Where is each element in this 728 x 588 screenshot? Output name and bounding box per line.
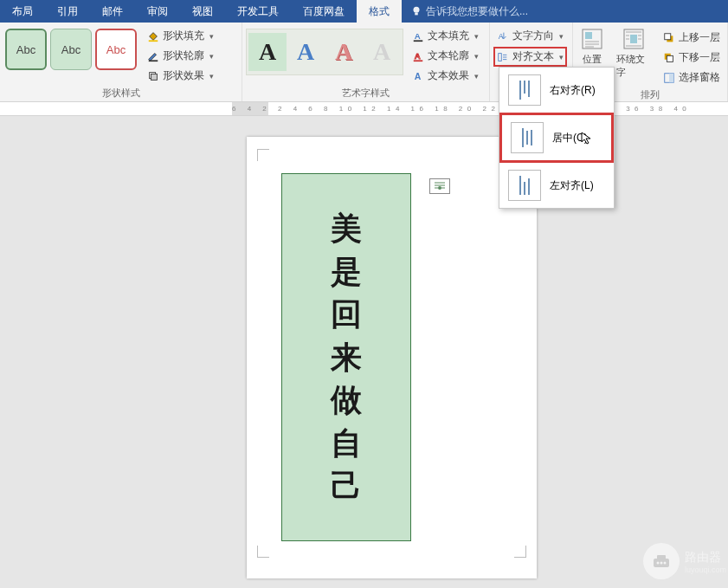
chevron-down-icon: ▾: [209, 52, 214, 61]
lightbulb-icon: [410, 5, 422, 17]
shape-outline-button[interactable]: 形状轮廓▾: [144, 47, 217, 65]
svg-text:A: A: [415, 50, 421, 60]
document-page[interactable]: 美 是 回 来 做 自 己: [247, 137, 537, 578]
text-effect-icon: A: [412, 70, 424, 82]
tab-devtools[interactable]: 开发工具: [225, 0, 291, 23]
send-backward-label: 下移一层: [679, 50, 720, 65]
tell-me-label: 告诉我您想要做什么...: [426, 4, 528, 19]
chevron-down-icon: ▾: [559, 32, 564, 41]
svg-text:A: A: [415, 70, 422, 81]
vertical-textbox[interactable]: 美 是 回 来 做 自 己: [281, 173, 411, 541]
tab-reference[interactable]: 引用: [45, 0, 90, 23]
svg-rect-2: [149, 40, 158, 42]
chevron-down-icon: ▾: [474, 52, 479, 61]
art-style-4[interactable]: A: [363, 33, 401, 71]
svg-rect-25: [657, 555, 666, 560]
watermark-title: 路由器: [685, 550, 721, 564]
wrap-label: 环绕文字: [616, 53, 651, 79]
wrap-icon: [622, 27, 646, 51]
send-backward-button[interactable]: 下移一层: [660, 48, 724, 67]
tab-mail[interactable]: 邮件: [90, 0, 135, 23]
shape-effect-button[interactable]: 形状效果▾: [144, 67, 217, 85]
text-outline-label: 文本轮廓: [428, 48, 469, 63]
char-6: 自: [331, 426, 362, 461]
position-button[interactable]: 位置: [577, 25, 608, 68]
tab-view[interactable]: 视图: [180, 0, 225, 23]
text-effect-button[interactable]: A 文本效果▾: [409, 67, 482, 85]
art-style-3[interactable]: A: [325, 33, 363, 71]
group-art-style: A A A A A 文本填充▾ A 文本轮廓▾ A 文本效果▾: [242, 23, 490, 101]
bring-forward-button[interactable]: 上移一层: [660, 29, 724, 47]
char-2: 是: [331, 255, 362, 289]
align-text-dropdown: 右对齐(R) 居中(C) 左对齐(L): [499, 67, 615, 209]
text-direction-label: 文字方向: [512, 29, 554, 43]
text-effect-label: 文本效果: [428, 68, 469, 83]
send-backward-icon: [663, 52, 675, 64]
char-1: 美: [331, 211, 362, 246]
watermark-subtitle: luyouqi.com: [685, 565, 726, 574]
text-outline-button[interactable]: A 文本轮廓▾: [409, 47, 482, 65]
shape-style-swatch-2[interactable]: Abc: [50, 29, 92, 70]
group-label-shape: 形状样式: [3, 85, 238, 101]
margin-corner-bl: [257, 546, 269, 558]
tell-me-prompt[interactable]: 告诉我您想要做什么...: [402, 4, 528, 19]
group-label-art: 艺术字样式: [246, 85, 486, 101]
position-icon: [580, 27, 604, 51]
text-fill-icon: A: [412, 30, 424, 42]
svg-rect-22: [669, 73, 673, 82]
svg-point-28: [663, 562, 666, 565]
ruler-marks: 6 4 2 2 4 6 8 10 12 14 16 18 20 22 26 28…: [232, 105, 691, 113]
ribbon-tabs: 布局 引用 邮件 审阅 视图 开发工具 百度网盘 格式 告诉我您想要做什么...: [0, 0, 728, 23]
text-direction-button[interactable]: A 文字方向▾: [493, 27, 567, 45]
align-right-label: 右对齐(R): [550, 83, 596, 98]
tab-format[interactable]: 格式: [357, 0, 402, 23]
wrap-text-button[interactable]: 环绕文字: [613, 25, 654, 81]
svg-text:A: A: [499, 31, 504, 40]
cursor-icon: [580, 131, 594, 145]
shape-style-swatch-1[interactable]: Abc: [5, 29, 47, 70]
horizontal-ruler[interactable]: 6 4 2 2 4 6 8 10 12 14 16 18 20 22 26 28…: [0, 102, 728, 116]
char-5: 做: [331, 383, 362, 417]
svg-rect-18: [665, 33, 671, 39]
align-left-item[interactable]: 左对齐(L): [499, 163, 614, 208]
svg-point-26: [656, 562, 659, 565]
align-text-button[interactable]: 对齐文本▾: [493, 47, 567, 67]
align-center-icon: [511, 122, 544, 153]
svg-rect-16: [630, 35, 637, 43]
margin-corner-tl: [257, 149, 269, 161]
align-right-item[interactable]: 右对齐(R): [499, 68, 614, 113]
text-direction-icon: A: [497, 30, 509, 42]
tab-layout[interactable]: 布局: [0, 0, 45, 23]
selection-pane-button[interactable]: 选择窗格: [660, 68, 724, 87]
selection-pane-label: 选择窗格: [679, 70, 720, 85]
svg-rect-14: [585, 32, 592, 39]
tab-review[interactable]: 审阅: [135, 0, 180, 23]
align-left-label: 左对齐(L): [550, 178, 594, 193]
art-style-2[interactable]: A: [287, 33, 325, 71]
align-center-item[interactable]: 居中(C): [499, 113, 614, 163]
chevron-down-icon: ▾: [209, 32, 214, 41]
align-text-icon: [497, 51, 509, 63]
svg-point-0: [414, 7, 420, 13]
watermark-logo-icon: [643, 543, 680, 579]
tab-baidu[interactable]: 百度网盘: [291, 0, 357, 23]
art-style-1[interactable]: A: [248, 33, 287, 71]
shape-fill-button[interactable]: 形状填充▾: [144, 27, 217, 45]
align-text-label: 对齐文本: [512, 49, 554, 64]
layout-options-icon[interactable]: [429, 178, 450, 194]
char-7: 己: [331, 468, 362, 503]
svg-rect-7: [414, 40, 423, 42]
chevron-down-icon: ▾: [474, 72, 479, 81]
char-3: 回: [331, 297, 362, 332]
svg-text:A: A: [415, 30, 421, 40]
effect-icon: [147, 70, 159, 82]
text-fill-button[interactable]: A 文本填充▾: [409, 27, 482, 45]
svg-rect-3: [149, 60, 158, 61]
wrap-indicator-icon: [433, 181, 447, 191]
bring-forward-icon: [663, 32, 675, 44]
shape-style-swatch-3[interactable]: Abc: [95, 29, 137, 70]
chevron-down-icon: ▾: [209, 72, 214, 81]
group-shape-style: Abc Abc Abc 形状填充▾ 形状轮廓▾ 形状效果▾ 形状样式: [0, 23, 242, 101]
position-label: 位置: [583, 53, 602, 66]
ribbon: Abc Abc Abc 形状填充▾ 形状轮廓▾ 形状效果▾ 形状样式: [0, 23, 728, 102]
